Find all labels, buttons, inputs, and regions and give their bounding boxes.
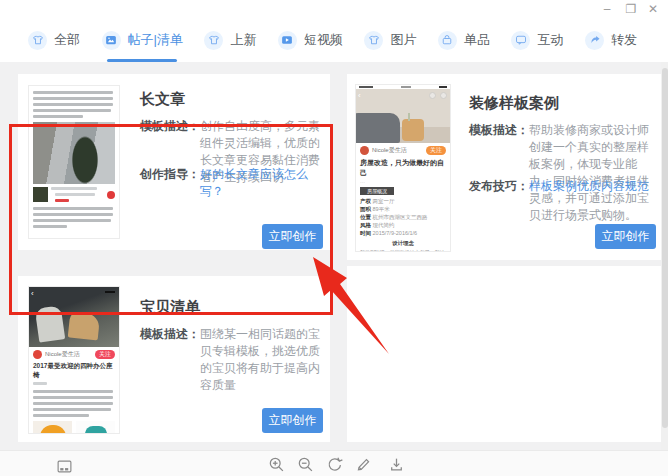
post-image-icon: [102, 31, 121, 50]
product-thumb: [33, 187, 48, 202]
decoration-preview: ‹ Nicole爱生活 关注 房屋改造，只为做最好的自己 ⋯ 房屋概况 产权 两…: [355, 84, 451, 252]
guide-link[interactable]: 好的长文章应该怎么写？: [200, 166, 330, 200]
avatar: [360, 146, 369, 155]
tips-label: 发布技巧：: [469, 178, 529, 195]
tips-link[interactable]: 样板案例优质内容规范: [529, 178, 649, 195]
video-icon: [278, 31, 297, 50]
tab-label: 互动: [537, 31, 563, 49]
bottom-toolbar: [0, 450, 668, 476]
tab-label: 短视频: [304, 31, 343, 49]
preview-paragraph: 我做SOHO，做家装设计六年了，我认为对于家居环境，每个人都应该有自己的追求和梦…: [356, 247, 450, 252]
tab-label: 单品: [464, 31, 490, 49]
back-icon: ‹: [358, 91, 361, 100]
avatar: [33, 350, 42, 359]
pencil-icon[interactable]: [355, 456, 373, 474]
circle-icon: [440, 92, 447, 99]
tab-label: 上新: [230, 31, 256, 49]
create-now-button[interactable]: 立即创作: [262, 408, 323, 433]
cart-dot-icon: [107, 191, 115, 199]
rotate-icon[interactable]: [326, 456, 344, 474]
tab-short-video[interactable]: 短视频: [278, 18, 343, 62]
tab-label: 转发: [611, 31, 637, 49]
chat-icon: [511, 31, 530, 50]
desc-text: 帮助装修商家或设计师创建一个真实的整屋样板案例，体现专业能力；同时给消费者提供灵…: [529, 122, 653, 224]
desc-label: 模板描述：: [469, 122, 529, 224]
card-title: 长文章: [140, 90, 185, 109]
scrollbar-track: [661, 62, 668, 451]
preview-title: 房屋改造，只为做最好的自己: [356, 155, 450, 178]
follow-pill: 关注: [95, 350, 115, 359]
share-arrow-icon: [585, 31, 604, 50]
card-long-article: 长文章 模板描述： 创作自由度高，多元素组件灵活编辑，优质的长文章更容易黏住消费…: [18, 74, 330, 250]
product-image: [33, 421, 72, 434]
tab-label: 帖子|清单: [128, 31, 183, 49]
shirt-icon: [204, 31, 223, 50]
scrollbar-thumb[interactable]: [662, 68, 668, 428]
tab-label: 全部: [54, 31, 80, 49]
preview-photo: ‹: [29, 287, 119, 347]
preview-section-title: 设计理念: [356, 237, 450, 247]
card-title: 宝贝清单: [140, 298, 200, 317]
create-now-button[interactable]: 立即创作: [262, 224, 323, 249]
template-grid: 长文章 模板描述： 创作自由度高，多元素组件灵活编辑，优质的长文章更容易黏住消费…: [0, 62, 668, 451]
title-bar: – ❐ ✕: [0, 0, 668, 18]
tab-interaction[interactable]: 互动: [511, 18, 563, 62]
zoom-out-icon[interactable]: [297, 456, 315, 474]
shirt-icon: [28, 31, 47, 50]
desc-text: 围绕某一相同话题的宝贝专辑模板，挑选优质的宝贝将有助于提高内容质量: [200, 326, 322, 394]
card-title: 装修样板案例: [469, 94, 559, 113]
preview-photo: [33, 122, 115, 184]
download-icon[interactable]: [388, 456, 406, 474]
category-tabbar: 全部 帖子|清单 上新 短视频 图片: [0, 18, 661, 62]
long-article-preview: [28, 85, 120, 239]
minimize-icon[interactable]: –: [598, 1, 616, 17]
tab-all[interactable]: 全部: [28, 18, 80, 62]
bag-icon: [438, 31, 457, 50]
tab-repost[interactable]: 转发: [585, 18, 637, 62]
preview-product-row: [29, 184, 119, 202]
shirt-icon: [364, 31, 383, 50]
preview-username: Nicole爱生活: [45, 350, 80, 359]
card-item-list: ‹ Nicole爱生活 关注 2017最受欢迎的四种办公座椅: [18, 276, 330, 442]
preview-photo: ‹: [356, 89, 450, 143]
card-empty-placeholder: [347, 266, 661, 442]
tab-pictures[interactable]: 图片: [364, 18, 416, 62]
guide-label: 创作指导：: [140, 166, 200, 200]
desc-label: 模板描述：: [140, 326, 200, 394]
app-window: – ❐ ✕ 全部 帖子|清单 上新 短视: [0, 0, 668, 476]
preview-username: Nicole爱生活: [372, 146, 407, 155]
maximize-icon[interactable]: ❐: [622, 1, 640, 17]
tab-label: 图片: [390, 31, 416, 49]
circle-icon: [429, 92, 436, 99]
tab-post-list[interactable]: 帖子|清单: [102, 18, 183, 62]
zoom-in-icon[interactable]: [268, 456, 286, 474]
preview-tag: 房屋概况: [360, 187, 394, 195]
card-decoration-case: ‹ Nicole爱生活 关注 房屋改造，只为做最好的自己 ⋯ 房屋概况 产权 两…: [347, 74, 661, 260]
tab-single-item[interactable]: 单品: [438, 18, 490, 62]
follow-pill: 关注: [426, 146, 446, 155]
tab-new-arrival[interactable]: 上新: [204, 18, 256, 62]
create-now-button[interactable]: 立即创作: [595, 224, 656, 249]
product-image: [76, 421, 115, 434]
close-icon[interactable]: ✕: [644, 1, 662, 17]
preview-title: 2017最受欢迎的四种办公座椅: [29, 359, 119, 380]
item-list-preview: ‹ Nicole爱生活 关注 2017最受欢迎的四种办公座椅: [28, 286, 120, 434]
monitor-icon[interactable]: [56, 458, 74, 476]
back-icon: ‹: [31, 289, 34, 298]
